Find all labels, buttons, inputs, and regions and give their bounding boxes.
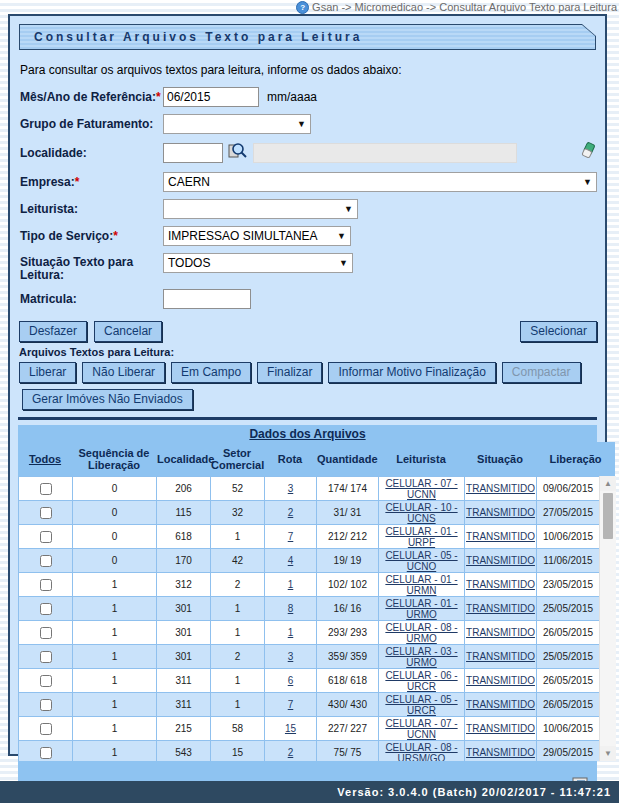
situacao-link[interactable]: TRANSMITIDO (466, 651, 535, 662)
leiturista-link[interactable]: CELULAR - 05 - UCNO (385, 550, 457, 572)
informar-motivo-button[interactable]: Informar Motivo Finalização (328, 362, 495, 383)
situacao-link[interactable]: TRANSMITIDO (466, 555, 535, 566)
cell-liberacao: 23/05/2015 (537, 573, 600, 597)
situacao-link[interactable]: TRANSMITIDO (466, 579, 535, 590)
scrollbar-thumb[interactable] (603, 493, 613, 539)
cell-localidade: 618 (157, 525, 211, 549)
row-checkbox[interactable] (40, 747, 52, 759)
leiturista-link[interactable]: CELULAR - 08 - URSM/GO (385, 742, 457, 762)
cell-sequencia: 1 (73, 693, 157, 717)
cell-quantidade: 430/ 430 (317, 693, 379, 717)
leiturista-link[interactable]: CELULAR - 01 - URMN (385, 574, 457, 596)
situacao-link[interactable]: TRANSMITIDO (466, 675, 535, 686)
chevron-down-icon: ▼ (583, 177, 592, 187)
arquivos-section-label: Arquivos Textos para Leitura: (19, 346, 597, 358)
help-icon[interactable]: ? (296, 1, 309, 14)
row-checkbox[interactable] (40, 579, 52, 591)
eraser-icon[interactable] (579, 141, 597, 165)
table-scroll-viewport: 0 206 52 3 174/ 174 CELULAR - 07 - UCNN … (18, 476, 599, 761)
field-row-grupo-faturamento: Grupo de Faturamento: ▼ (20, 114, 597, 134)
cell-liberacao: 10/06/2015 (537, 525, 600, 549)
mes-ano-input[interactable] (163, 87, 259, 107)
situacao-link[interactable]: TRANSMITIDO (466, 723, 535, 734)
desfazer-button[interactable]: Desfazer (19, 321, 87, 342)
situacao-link[interactable]: TRANSMITIDO (466, 531, 535, 542)
liberar-button[interactable]: Liberar (19, 362, 76, 383)
row-checkbox[interactable] (40, 555, 52, 567)
grupo-faturamento-select[interactable]: ▼ (163, 114, 311, 134)
leiturista-link[interactable]: CELULAR - 10 - UCNS (385, 502, 457, 524)
cell-localidade: 115 (157, 501, 211, 525)
situacao-link[interactable]: TRANSMITIDO (466, 627, 535, 638)
page-title: Consultar Arquivos Texto para Leitura (34, 30, 362, 44)
empresa-label: Empresa:* (20, 176, 163, 189)
breadcrumb: ? Gsan -> Micromedicao -> Consultar Arqu… (0, 0, 617, 14)
finalizar-button[interactable]: Finalizar (257, 362, 322, 383)
cell-localidade: 215 (157, 717, 211, 741)
nao-liberar-button[interactable]: Não Liberar (82, 362, 165, 383)
cell-liberacao: 29/05/2015 (537, 741, 600, 762)
localidade-input[interactable] (163, 143, 223, 163)
leiturista-link[interactable]: CELULAR - 08 - URMO (385, 622, 457, 644)
rota-link[interactable]: 2 (288, 747, 294, 758)
rota-link[interactable]: 6 (288, 675, 294, 686)
scroll-up-icon[interactable]: ▲ (600, 476, 616, 491)
search-icon[interactable] (227, 141, 247, 165)
rota-link[interactable]: 7 (288, 531, 294, 542)
rota-link[interactable]: 1 (288, 579, 294, 590)
row-checkbox[interactable] (40, 483, 52, 495)
situacao-link[interactable]: TRANSMITIDO (466, 699, 535, 710)
leiturista-link[interactable]: CELULAR - 06 - URCR (385, 670, 457, 692)
rota-link[interactable]: 2 (288, 507, 294, 518)
row-checkbox[interactable] (40, 627, 52, 639)
situacao-texto-select[interactable]: TODOS ▼ (163, 253, 353, 273)
table-row: 0 618 1 7 212/ 212 CELULAR - 01 - URPF T… (19, 525, 600, 549)
situacao-link[interactable]: TRANSMITIDO (466, 603, 535, 614)
cancelar-button[interactable]: Cancelar (94, 321, 162, 342)
cell-liberacao: 25/05/2015 (537, 597, 600, 621)
cell-setor: 2 (211, 573, 265, 597)
selecionar-button[interactable]: Selecionar (520, 321, 597, 342)
tipo-servico-select[interactable]: IMPRESSAO SIMULTANEA ▼ (163, 226, 351, 246)
empresa-select[interactable]: CAERN ▼ (163, 172, 597, 192)
rota-link[interactable]: 1 (288, 627, 294, 638)
situacao-link[interactable]: TRANSMITIDO (466, 507, 535, 518)
rota-link[interactable]: 3 (288, 483, 294, 494)
leiturista-link[interactable]: CELULAR - 07 - UCNN (385, 478, 457, 500)
em-campo-button[interactable]: Em Campo (171, 362, 251, 383)
row-checkbox[interactable] (40, 603, 52, 615)
situacao-link[interactable]: TRANSMITIDO (466, 747, 535, 758)
leiturista-link[interactable]: CELULAR - 07 - UCNN (385, 718, 457, 740)
cell-quantidade: 359/ 359 (317, 645, 379, 669)
col-header-setor: Setor Comercial (210, 442, 264, 476)
rota-link[interactable]: 8 (288, 603, 294, 614)
field-row-matricula: Matricula: (20, 289, 597, 309)
situacao-link[interactable]: TRANSMITIDO (466, 483, 535, 494)
leiturista-link[interactable]: CELULAR - 03 - URMO (385, 646, 457, 668)
row-checkbox[interactable] (40, 699, 52, 711)
row-checkbox[interactable] (40, 507, 52, 519)
rota-link[interactable]: 4 (288, 555, 294, 566)
cell-quantidade: 31/ 31 (317, 501, 379, 525)
row-checkbox[interactable] (40, 675, 52, 687)
rota-link[interactable]: 7 (288, 699, 294, 710)
row-checkbox[interactable] (40, 531, 52, 543)
row-checkbox[interactable] (40, 651, 52, 663)
table-row: 1 311 1 7 430/ 430 CELULAR - 05 - URCR T… (19, 693, 600, 717)
tipo-servico-label: Tipo de Serviço:* (20, 230, 163, 243)
todos-select-all-link[interactable]: Todos (29, 453, 61, 465)
leiturista-link[interactable]: CELULAR - 01 - URPF (385, 526, 457, 548)
table-scrollbar[interactable]: ▲ ▼ (599, 476, 616, 761)
leiturista-select[interactable]: ▼ (163, 199, 358, 219)
leiturista-link[interactable]: CELULAR - 01 - URMO (385, 598, 457, 620)
matricula-input[interactable] (163, 289, 251, 309)
rota-link[interactable]: 15 (285, 723, 296, 734)
table-row: 1 301 1 1 293/ 293 CELULAR - 08 - URMO T… (19, 621, 600, 645)
rota-link[interactable]: 3 (288, 651, 294, 662)
gerar-imoveis-button[interactable]: Gerar Imóves Não Enviados (22, 389, 193, 410)
cell-sequencia: 0 (73, 501, 157, 525)
row-checkbox[interactable] (40, 723, 52, 735)
scroll-down-icon[interactable]: ▼ (600, 746, 616, 761)
leiturista-label: Leiturista: (20, 203, 163, 216)
leiturista-link[interactable]: CELULAR - 05 - URCR (385, 694, 457, 716)
